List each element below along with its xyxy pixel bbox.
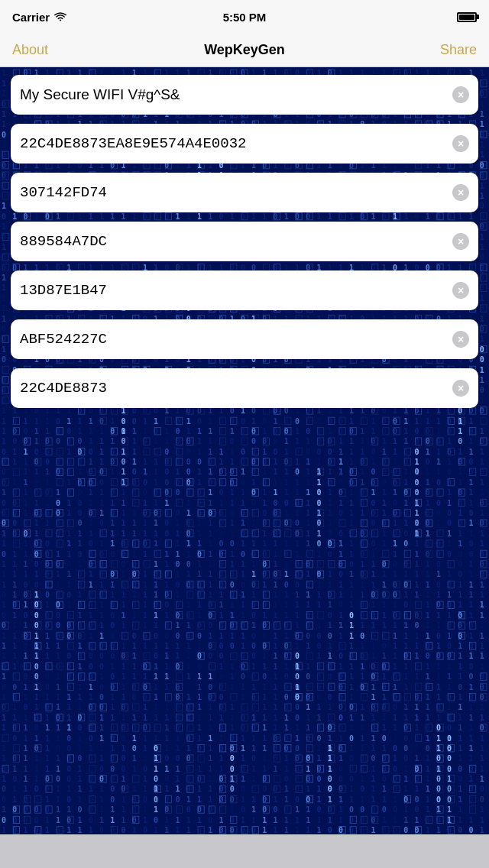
key64c-field-wrap: × [11, 270, 478, 310]
field-row-key64c: × [11, 270, 478, 319]
key64a-field-wrap: × [11, 173, 478, 212]
clear-key64d-button[interactable]: × [452, 331, 469, 348]
key64b-input[interactable] [20, 233, 452, 250]
key64b-field-wrap: × [11, 222, 478, 261]
passphrase-input[interactable] [20, 86, 452, 103]
wifi-icon [54, 12, 66, 21]
field-row-key64e: × [11, 368, 478, 417]
key64a-input[interactable] [20, 184, 452, 201]
field-row-key64d: × [11, 319, 478, 368]
key128-field-wrap: × [11, 124, 478, 164]
fields-container: × × × × × [0, 67, 489, 425]
key64e-field-wrap: × [11, 368, 478, 408]
field-row-key64b: × [11, 222, 478, 270]
clear-key64b-button[interactable]: × [452, 233, 469, 250]
clear-key64a-button[interactable]: × [452, 184, 469, 201]
clear-passphrase-button[interactable]: × [452, 86, 469, 103]
field-row-key128: × [11, 124, 478, 173]
about-button[interactable]: About [12, 42, 48, 58]
share-button[interactable]: Share [440, 42, 477, 58]
bottom-bar [0, 834, 489, 868]
status-right [457, 12, 477, 22]
status-time: 5:50 PM [223, 11, 267, 24]
carrier-label: Carrier [12, 11, 50, 24]
status-bar: Carrier 5:50 PM [0, 0, 489, 34]
nav-title: WepKeyGen [204, 42, 285, 58]
clear-key64e-button[interactable]: × [452, 380, 469, 397]
passphrase-field-wrap: × [11, 75, 478, 115]
field-row-passphrase: × [11, 75, 478, 124]
content-area: × × × × × [0, 67, 489, 834]
status-left: Carrier [12, 11, 66, 24]
key64c-input[interactable] [20, 282, 452, 299]
clear-key64c-button[interactable]: × [452, 282, 469, 299]
key128-input[interactable] [20, 135, 452, 152]
field-row-key64a: × [11, 173, 478, 222]
key64d-input[interactable] [20, 331, 452, 348]
battery-icon [457, 12, 477, 22]
nav-bar: About WepKeyGen Share [0, 34, 489, 67]
key64e-input[interactable] [20, 380, 452, 397]
clear-key128-button[interactable]: × [452, 135, 469, 152]
key64d-field-wrap: × [11, 319, 478, 359]
